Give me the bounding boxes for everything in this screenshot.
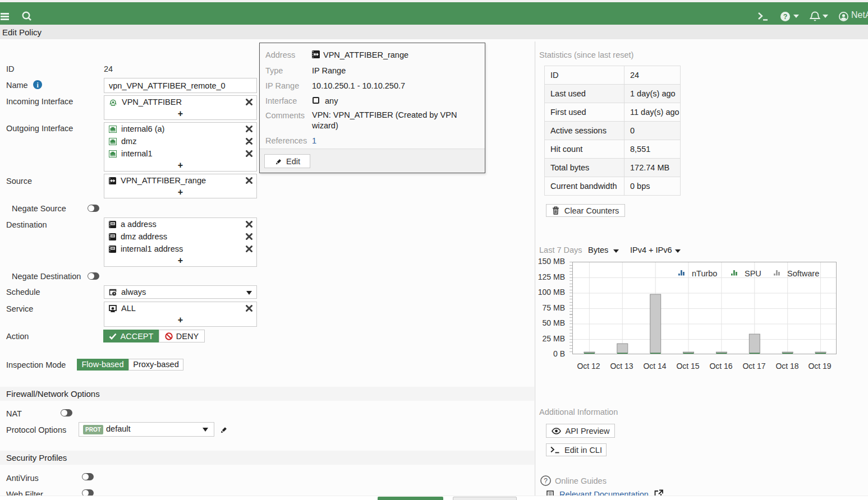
svg-text:?: ? xyxy=(783,13,788,21)
svg-text:SPU: SPU xyxy=(745,269,761,278)
svg-text:?: ? xyxy=(544,477,548,485)
svg-text:nTurbo: nTurbo xyxy=(692,269,717,278)
svg-text:Software: Software xyxy=(787,269,819,278)
